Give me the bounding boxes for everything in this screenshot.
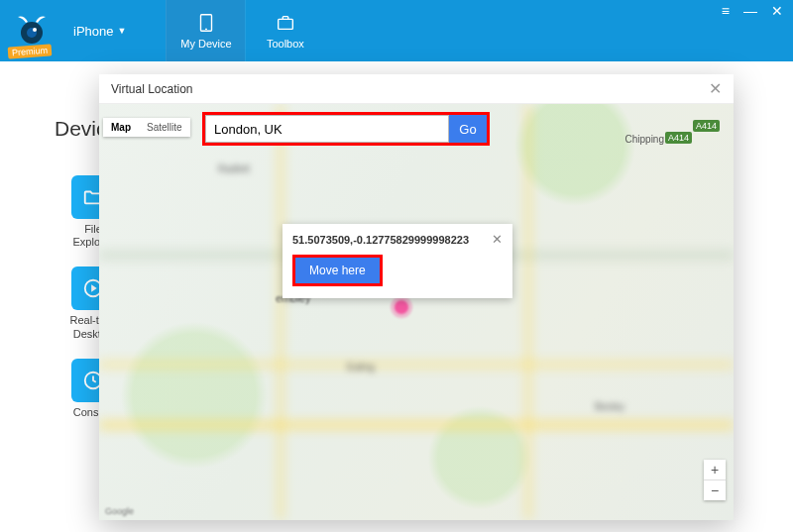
svg-point-2 bbox=[33, 28, 37, 32]
map-type-toggle: Map Satellite bbox=[103, 118, 190, 137]
svg-rect-5 bbox=[279, 19, 293, 29]
premium-badge: Premium bbox=[8, 44, 53, 58]
device-selector-label: iPhone bbox=[73, 24, 113, 39]
modal-title: Virtual Location bbox=[111, 82, 193, 96]
briefcase-icon bbox=[275, 12, 296, 34]
logo-area: Premium bbox=[0, 0, 63, 61]
zoom-out-button[interactable]: − bbox=[704, 479, 726, 500]
device-selector[interactable]: iPhone ▼ bbox=[63, 0, 136, 61]
move-here-button[interactable]: Move here bbox=[295, 258, 380, 283]
chevron-down-icon: ▼ bbox=[117, 26, 126, 36]
minimize-button[interactable]: — bbox=[743, 4, 757, 18]
location-popup: 51.5073509,-0.12775829999998223 ✕ Move h… bbox=[283, 224, 512, 298]
modal-close-button[interactable]: ✕ bbox=[709, 79, 722, 98]
zoom-in-button[interactable]: + bbox=[704, 460, 726, 479]
nav-tabs: My Device Toolbox bbox=[166, 0, 324, 61]
road-badge: A414 bbox=[693, 120, 720, 132]
zoom-control: + − bbox=[704, 460, 726, 500]
virtual-location-modal: Virtual Location ✕ Radlett Ealing Bexley… bbox=[99, 74, 734, 520]
tab-toolbox[interactable]: Toolbox bbox=[245, 0, 324, 61]
map-type-map[interactable]: Map bbox=[103, 118, 139, 137]
modal-header: Virtual Location ✕ bbox=[99, 74, 734, 104]
google-attribution: Google bbox=[105, 506, 134, 516]
location-search-group: Go bbox=[202, 112, 490, 146]
go-button[interactable]: Go bbox=[449, 115, 487, 143]
tab-label: My Device bbox=[180, 38, 231, 50]
close-button[interactable]: ✕ bbox=[771, 4, 783, 18]
content-area: Device File Explorer Real-time Desktop C… bbox=[0, 61, 793, 532]
app-header: Premium iPhone ▼ My Device Toolbox ≡ — ✕ bbox=[0, 0, 793, 61]
road-badge: A414 bbox=[665, 132, 692, 144]
location-search-input[interactable] bbox=[205, 115, 449, 143]
tablet-icon bbox=[195, 12, 217, 34]
window-controls: ≡ — ✕ bbox=[722, 0, 793, 61]
map-town-label: Chipping bbox=[625, 134, 664, 145]
map-labels-layer: Radlett Ealing Bexley bbox=[99, 104, 734, 520]
menu-icon[interactable]: ≡ bbox=[722, 4, 730, 18]
tab-label: Toolbox bbox=[267, 38, 304, 50]
popup-close-button[interactable]: ✕ bbox=[492, 232, 503, 247]
map-type-satellite[interactable]: Satellite bbox=[139, 118, 190, 137]
map-canvas[interactable]: Radlett Ealing Bexley Map Satellite Go A… bbox=[99, 104, 734, 520]
tab-my-device[interactable]: My Device bbox=[166, 0, 245, 61]
move-here-highlight: Move here bbox=[292, 255, 383, 286]
coordinates-text: 51.5073509,-0.12775829999998223 bbox=[292, 234, 486, 246]
